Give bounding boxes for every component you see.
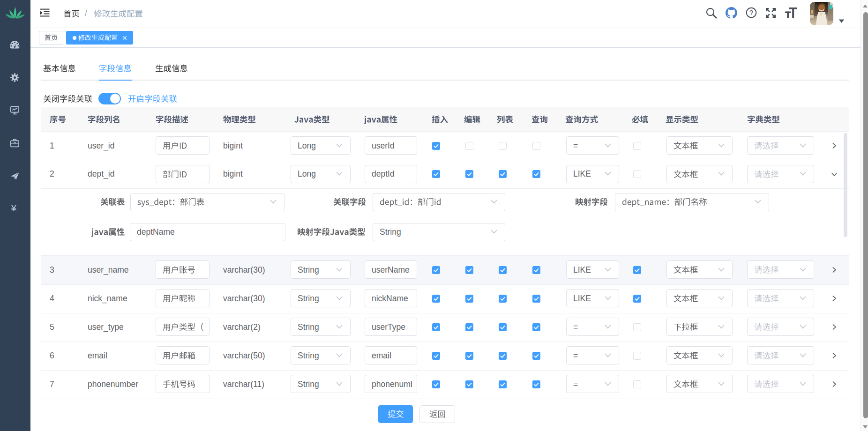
svg-text:?: ? [749, 9, 753, 16]
